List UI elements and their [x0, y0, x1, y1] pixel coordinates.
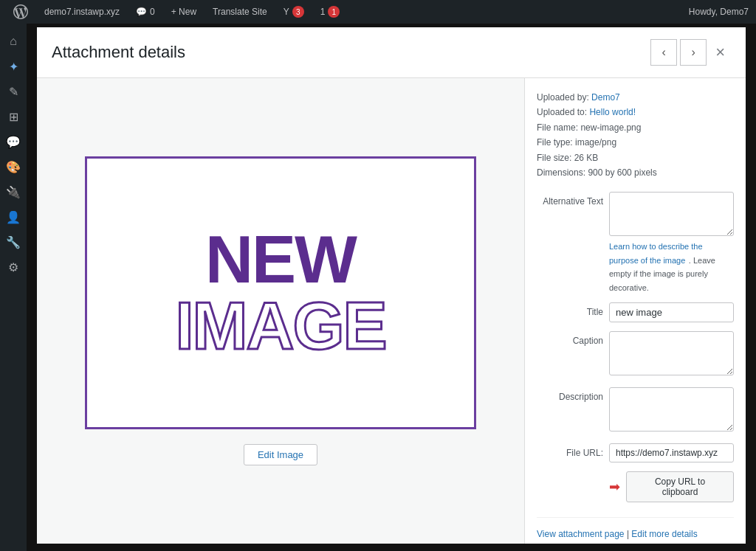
file-type-label: File type: — [537, 137, 573, 148]
edit-image-button[interactable]: Edit Image — [244, 444, 317, 465]
sidebar-plugins-icon[interactable]: 🔌 — [1, 180, 25, 204]
details-panel: Uploaded by: Demo7 Uploaded to: Hello wo… — [524, 78, 746, 544]
image-text-line2: IMAGE — [175, 293, 385, 359]
wpforms-badge: 1 — [328, 6, 340, 18]
yoast-badge: 3 — [292, 6, 304, 18]
image-panel: NEW IMAGE Edit Image — [37, 78, 524, 544]
prev-attachment-button[interactable]: ‹ — [650, 39, 677, 66]
attachment-modal: Attachment details ‹ › × NEW IMAGE Edit … — [37, 27, 746, 544]
modal-title: Attachment details — [52, 43, 185, 62]
description-input[interactable] — [609, 387, 734, 432]
alt-text-control-wrap: Learn how to describe the purpose of the… — [609, 192, 734, 294]
comment-icon: 💬 — [136, 7, 147, 17]
file-type-value: image/png — [575, 137, 616, 148]
description-label: Description — [537, 387, 603, 402]
uploaded-by-label: Uploaded by: — [537, 92, 589, 103]
alt-text-row: Alternative Text Learn how to describe t… — [537, 192, 734, 294]
uploaded-to-link[interactable]: Hello world! — [589, 107, 636, 117]
dimensions-row: Dimensions: 900 by 600 pixels — [537, 165, 734, 180]
modal-overlay[interactable]: Attachment details ‹ › × NEW IMAGE Edit … — [27, 24, 756, 551]
description-control-wrap — [609, 387, 734, 434]
dimensions-label: Dimensions: — [537, 167, 585, 178]
sidebar-tools-icon[interactable]: 🔧 — [1, 230, 25, 254]
image-content: NEW IMAGE — [175, 226, 385, 359]
next-attachment-button[interactable]: › — [680, 39, 707, 66]
file-info-section: Uploaded by: Demo7 Uploaded to: Hello wo… — [537, 90, 734, 180]
file-url-label: File URL: — [537, 448, 603, 458]
title-control-wrap — [609, 302, 734, 322]
details-scroll-content: Uploaded by: Demo7 Uploaded to: Hello wo… — [525, 78, 746, 544]
sidebar-posts-icon[interactable]: ✎ — [1, 80, 25, 103]
translate-item[interactable]: Translate Site — [207, 0, 273, 24]
caption-control-wrap — [609, 331, 734, 378]
site-name: demo7.instawp.xyz — [44, 7, 120, 17]
wp-logo-icon — [13, 4, 28, 19]
uploaded-to-label: Uploaded to: — [537, 107, 587, 117]
edit-more-details-link[interactable]: Edit more details — [631, 529, 697, 539]
file-name-row: File name: new-image.png — [537, 120, 734, 135]
caption-input[interactable] — [609, 331, 734, 375]
alt-text-helper: Learn how to describe the purpose of the… — [609, 239, 734, 294]
sidebar-appearance-icon[interactable]: 🎨 — [1, 155, 25, 179]
title-input[interactable] — [609, 302, 734, 322]
admin-sidebar: ⌂ ✦ ✎ ⊞ 💬 🎨 🔌 👤 🔧 ⚙ — [0, 24, 27, 551]
site-name-item[interactable]: demo7.instawp.xyz — [38, 0, 126, 24]
yoast-item[interactable]: Y 3 — [278, 0, 310, 24]
admin-bar: demo7.instawp.xyz 💬 0 + New Translate Si… — [0, 0, 756, 24]
arrow-icon: ➡ — [609, 479, 620, 495]
sidebar-users-icon[interactable]: 👤 — [1, 205, 25, 229]
caption-label: Caption — [537, 331, 603, 346]
caption-row: Caption — [537, 331, 734, 378]
modal-body: NEW IMAGE Edit Image Uploaded by: Demo7 — [37, 78, 746, 544]
new-item[interactable]: + New — [165, 0, 202, 24]
title-label: Title — [537, 302, 603, 317]
uploaded-to-row: Uploaded to: Hello world! — [537, 105, 734, 119]
uploaded-by-row: Uploaded by: Demo7 — [537, 90, 734, 105]
image-text-line1: NEW — [175, 226, 385, 293]
sidebar-pages-icon[interactable]: ⊞ — [1, 105, 25, 128]
sidebar-comments-icon[interactable]: 💬 — [1, 130, 25, 153]
yoast-icon: Y — [284, 7, 289, 17]
file-url-row: File URL: — [537, 443, 734, 462]
image-preview-container: NEW IMAGE — [85, 156, 476, 429]
alt-text-label: Alternative Text — [537, 192, 603, 207]
copy-url-button[interactable]: Copy URL to clipboard — [626, 471, 734, 502]
modal-header: Attachment details ‹ › × — [37, 27, 746, 78]
dimensions-value: 900 by 600 pixels — [588, 167, 656, 178]
file-url-input[interactable] — [609, 443, 734, 462]
title-row: Title — [537, 302, 734, 322]
description-row: Description — [537, 387, 734, 434]
comments-item[interactable]: 💬 0 — [130, 0, 161, 24]
file-name-value: new-image.png — [580, 122, 641, 133]
file-type-row: File type: image/png — [537, 135, 734, 150]
file-name-label: File name: — [537, 122, 578, 133]
wp-logo-item[interactable] — [7, 0, 34, 24]
copy-url-section: ➡ Copy URL to clipboard — [537, 471, 734, 502]
file-size-label: File size: — [537, 153, 571, 163]
wpforms-item[interactable]: 1 1 — [315, 0, 346, 24]
sidebar-settings-icon[interactable]: ⚙ — [1, 255, 25, 279]
alt-text-input[interactable] — [609, 192, 734, 236]
howdy-text: Howdy, Demo7 — [689, 7, 749, 17]
sidebar-dashboard-icon[interactable]: ⌂ — [1, 30, 25, 53]
close-modal-button[interactable]: × — [709, 41, 731, 63]
file-size-row: File size: 26 KB — [537, 150, 734, 165]
file-size-value: 26 KB — [574, 153, 599, 163]
uploaded-by-link[interactable]: Demo7 — [591, 92, 620, 103]
modal-navigation: ‹ › × — [650, 39, 731, 66]
view-attachment-link[interactable]: View attachment page — [537, 529, 625, 539]
sidebar-media-icon[interactable]: ✦ — [1, 55, 25, 78]
bottom-links-section: View attachment page | Edit more details… — [537, 517, 734, 544]
